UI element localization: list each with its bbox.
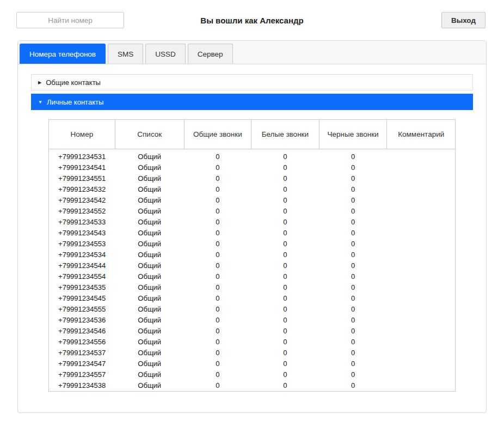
table-cell: 0 — [251, 228, 319, 239]
table-row[interactable]: +79991234543Общий000 — [49, 228, 456, 239]
table-cell — [387, 304, 456, 315]
table-row[interactable]: +79991234532Общий000 — [49, 184, 456, 195]
table-cell — [387, 206, 456, 217]
tab-phone-numbers[interactable]: Номера телефонов — [20, 44, 106, 64]
table-cell: 0 — [251, 195, 319, 206]
table-cell: 0 — [184, 369, 251, 380]
table-row[interactable]: +79991234545Общий000 — [49, 293, 456, 304]
table-cell — [387, 217, 456, 228]
table-cell: +79991234546 — [49, 326, 115, 337]
tab-server[interactable]: Сервер — [188, 44, 233, 64]
table-row[interactable]: +79991234544Общий000 — [49, 260, 456, 271]
table-cell: 0 — [184, 304, 251, 315]
table-cell: 0 — [319, 326, 387, 337]
table-cell: +79991234533 — [49, 217, 115, 228]
table-row[interactable]: +79991234538Общий000 — [49, 380, 456, 392]
column-header-black-calls: Черные звонки — [319, 120, 387, 149]
table-cell: +79991234538 — [49, 380, 115, 392]
table-row[interactable]: +79991234535Общий000 — [49, 282, 456, 293]
table-cell: Общий — [115, 315, 184, 326]
table-cell: +79991234555 — [49, 304, 115, 315]
table-cell: 0 — [184, 249, 251, 260]
table-row[interactable]: +79991234553Общий000 — [49, 239, 456, 249]
table-cell: +79991234532 — [49, 184, 115, 195]
accordion-personal-contacts-label: Личные контакты — [47, 98, 103, 106]
table-cell: Общий — [115, 228, 184, 239]
table-cell: 0 — [184, 260, 251, 271]
table-cell: 0 — [184, 358, 251, 369]
table-cell: 0 — [319, 173, 387, 184]
table-row[interactable]: +79991234557Общий000 — [49, 369, 456, 380]
table-cell: 0 — [319, 282, 387, 293]
tab-ussd[interactable]: USSD — [145, 44, 186, 64]
table-cell: 0 — [184, 217, 251, 228]
table-row[interactable]: +79991234533Общий000 — [49, 217, 456, 228]
table-cell: 0 — [184, 380, 251, 392]
table-cell: 0 — [251, 173, 319, 184]
table-cell: Общий — [115, 149, 184, 162]
table-cell — [387, 228, 456, 239]
table-row[interactable]: +79991234531Общий000 — [49, 149, 456, 162]
table-cell: 0 — [319, 271, 387, 282]
table-cell: +79991234552 — [49, 206, 115, 217]
table-row[interactable]: +79991234555Общий000 — [49, 304, 456, 315]
top-bar: Вы вошли как Александр Выход — [0, 0, 504, 40]
table-cell: 0 — [319, 348, 387, 358]
table-cell: 0 — [251, 380, 319, 392]
table-row[interactable]: +79991234552Общий000 — [49, 206, 456, 217]
table-row[interactable]: +79991234537Общий000 — [49, 348, 456, 358]
table-row[interactable]: +79991234551Общий000 — [49, 173, 456, 184]
main-panel: Номера телефонов SMS USSD Сервер ▶ Общие… — [17, 40, 487, 413]
table-row[interactable]: +79991234547Общий000 — [49, 358, 456, 369]
table-header-row: Номер Список Общие звонки Белые звонки Ч… — [49, 120, 456, 149]
accordion-shared-contacts[interactable]: ▶ Общие контакты — [31, 74, 473, 90]
table-cell: 0 — [319, 369, 387, 380]
table-cell: +79991234541 — [49, 162, 115, 173]
table-cell: Общий — [115, 184, 184, 195]
table-row[interactable]: +79991234554Общий000 — [49, 271, 456, 282]
table-cell: 0 — [251, 184, 319, 195]
table-cell: 0 — [319, 315, 387, 326]
table-cell: 0 — [184, 337, 251, 348]
table-cell — [387, 282, 456, 293]
table-cell: 0 — [319, 162, 387, 173]
table-cell: +79991234542 — [49, 195, 115, 206]
table-cell: 0 — [251, 326, 319, 337]
table-cell: 0 — [319, 184, 387, 195]
table-cell — [387, 380, 456, 392]
user-status-text: Вы вошли как Александр — [0, 16, 504, 25]
table-row[interactable]: +79991234534Общий000 — [49, 249, 456, 260]
table-row[interactable]: +79991234536Общий000 — [49, 315, 456, 326]
table-cell: Общий — [115, 162, 184, 173]
tab-sms[interactable]: SMS — [108, 44, 143, 64]
table-cell — [387, 315, 456, 326]
table-row[interactable]: +79991234546Общий000 — [49, 326, 456, 337]
table-cell: 0 — [319, 149, 387, 162]
table-cell: 0 — [319, 217, 387, 228]
table-cell: 0 — [251, 162, 319, 173]
logout-button[interactable]: Выход — [441, 12, 485, 28]
table-row[interactable]: +79991234541Общий000 — [49, 162, 456, 173]
table-row[interactable]: +79991234542Общий000 — [49, 195, 456, 206]
table-cell: 0 — [319, 304, 387, 315]
table-cell: Общий — [115, 380, 184, 392]
table-cell: 0 — [319, 195, 387, 206]
table-cell: 0 — [184, 271, 251, 282]
table-row[interactable]: +79991234556Общий000 — [49, 337, 456, 348]
table-cell: 0 — [251, 149, 319, 162]
table-cell: 0 — [251, 260, 319, 271]
table-cell: +79991234553 — [49, 239, 115, 249]
table-cell — [387, 271, 456, 282]
table-cell — [387, 195, 456, 206]
column-header-common-calls: Общие звонки — [184, 120, 251, 149]
tab-bar: Номера телефонов SMS USSD Сервер — [18, 41, 486, 64]
table-cell: 0 — [319, 358, 387, 369]
table-cell: 0 — [184, 228, 251, 239]
table-cell: Общий — [115, 337, 184, 348]
table-cell — [387, 239, 456, 249]
table-cell: 0 — [251, 348, 319, 358]
table-cell: Общий — [115, 249, 184, 260]
table-cell: 0 — [184, 293, 251, 304]
accordion-personal-contacts[interactable]: ▼ Личные контакты — [31, 94, 473, 110]
table-cell: Общий — [115, 206, 184, 217]
